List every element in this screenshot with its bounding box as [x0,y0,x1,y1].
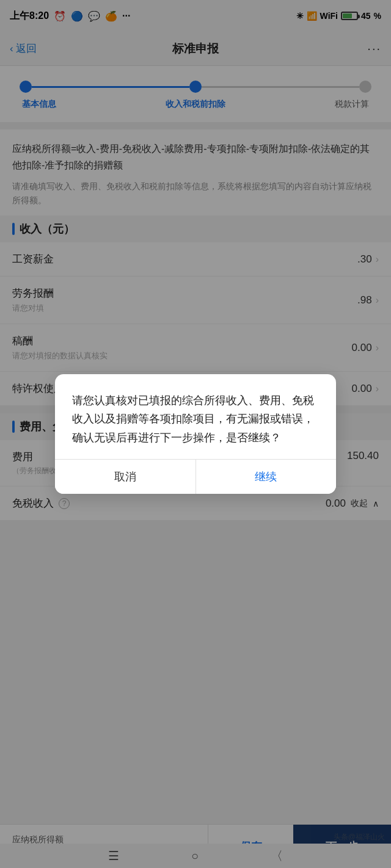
modal-cancel-button[interactable]: 取消 [55,460,196,494]
modal-overlay: 请您认真核对已填报的综合所得收入、费用、免税收入以及捐赠等各项扣除项目，有无漏报… [0,0,391,868]
modal-confirm-button[interactable]: 继续 [196,460,337,494]
modal-box: 请您认真核对已填报的综合所得收入、费用、免税收入以及捐赠等各项扣除项目，有无漏报… [55,374,336,494]
modal-actions: 取消 继续 [55,459,336,494]
modal-message: 请您认真核对已填报的综合所得收入、费用、免税收入以及捐赠等各项扣除项目，有无漏报… [55,374,336,460]
